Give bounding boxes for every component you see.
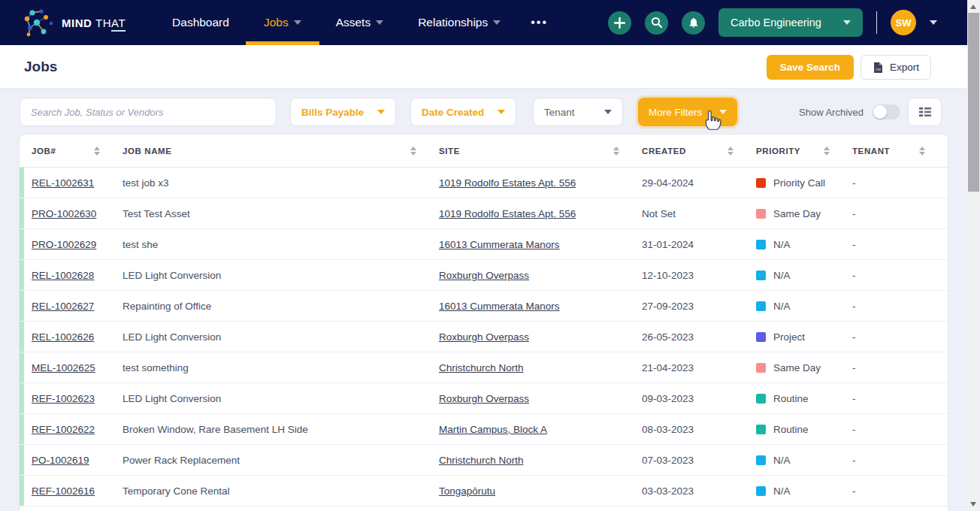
sort-arrows-icon[interactable] <box>410 147 416 156</box>
table-row[interactable]: MEL-1002625 test something Christchurch … <box>20 352 948 383</box>
organization-selector[interactable]: Carbo Engineering <box>718 8 863 37</box>
job-number-link[interactable]: MEL-1002625 <box>32 362 95 373</box>
job-number-link[interactable]: REF-1002622 <box>32 424 95 435</box>
notifications-button[interactable] <box>682 11 705 35</box>
table-row[interactable]: REF-1002616 Temporary Cone Rental Tongap… <box>20 476 948 506</box>
column-header-site[interactable]: SITE <box>439 147 642 156</box>
site-link[interactable]: 1019 Rodolfo Estates Apt. 556 <box>439 177 576 189</box>
nav-item-assets[interactable]: Assets <box>336 0 384 45</box>
sort-arrows-icon[interactable] <box>613 147 619 156</box>
scroll-up-arrow-icon[interactable] <box>970 5 976 9</box>
page-title: Jobs <box>24 59 57 75</box>
tenant-filter[interactable]: Tenant <box>533 98 623 126</box>
tenant-cell: - <box>852 177 948 189</box>
top-navbar: MIND THAT Dashboard Jobs Assets Relation… <box>0 0 967 45</box>
nav-item-relationships[interactable]: Relationships <box>418 0 501 45</box>
export-button[interactable]: CSV Export <box>861 55 931 80</box>
job-number-link[interactable]: PRO-1002629 <box>32 239 96 250</box>
job-number-link[interactable]: REL-1002631 <box>32 177 94 189</box>
job-number-link[interactable]: REF-1002623 <box>32 393 95 404</box>
jobs-page: { "navbar": { "logo_bold": "MIND", "logo… <box>0 0 980 511</box>
more-filters-button[interactable]: More Filters <box>638 98 737 126</box>
job-name-cell: test job x3 <box>122 177 439 189</box>
created-cell: 12-10-2023 <box>642 270 756 281</box>
priority-label: Same Day <box>773 362 821 373</box>
job-number-link[interactable]: REL-1002628 <box>32 270 94 281</box>
search-input[interactable] <box>20 98 277 126</box>
created-cell: Not Set <box>642 208 756 219</box>
scroll-down-arrow-icon[interactable] <box>970 502 976 506</box>
column-header-tenant[interactable]: TENANT <box>852 147 948 156</box>
site-link[interactable]: 16013 Cummerata Manors <box>439 239 560 250</box>
site-link[interactable]: Tongapōrutu <box>439 485 495 497</box>
column-header-job-number[interactable]: JOB# <box>24 147 122 156</box>
save-search-button[interactable]: Save Search <box>767 55 854 80</box>
table-row[interactable]: REF-1002622 Broken Window, Rare Basement… <box>20 414 948 445</box>
user-avatar[interactable]: SW <box>891 10 916 35</box>
site-link[interactable]: Roxburgh Overpass <box>439 393 529 404</box>
tenant-cell: - <box>852 270 948 281</box>
table-row[interactable]: REL-1002626 LED Light Conversion Roxburg… <box>20 322 948 352</box>
created-cell: 07-03-2023 <box>642 455 756 466</box>
sort-arrows-icon[interactable] <box>824 147 830 156</box>
column-header-job-name[interactable]: JOB NAME <box>122 147 439 156</box>
search-button[interactable] <box>645 11 668 35</box>
site-link[interactable]: 16013 Cummerata Manors <box>439 301 560 312</box>
brand-logo[interactable]: MIND THAT <box>21 7 126 38</box>
tenant-cell: - <box>852 485 948 497</box>
table-row[interactable]: PRO-1002629 test she 16013 Cummerata Man… <box>20 229 948 260</box>
nav-item-dashboard[interactable]: Dashboard <box>172 0 229 45</box>
priority-label: N/A <box>773 455 791 466</box>
nav-item-jobs[interactable]: Jobs <box>264 0 301 45</box>
column-header-created[interactable]: CREATED <box>642 147 756 156</box>
priority-label: N/A <box>773 301 791 312</box>
priority-label: N/A <box>773 485 791 497</box>
job-name-cell: Power Rack Replacement <box>122 455 439 466</box>
sort-arrows-icon[interactable] <box>727 147 733 156</box>
priority-cell: Project <box>756 331 852 343</box>
priority-cell: N/A <box>756 485 852 497</box>
table-row[interactable]: PO-1002619 Power Rack Replacement Christ… <box>20 445 948 476</box>
table-row[interactable]: REL-1002628 LED Light Conversion Roxburg… <box>20 260 948 291</box>
toggle-knob <box>873 105 887 119</box>
job-number-link[interactable]: REL-1002626 <box>32 331 94 343</box>
show-archived-toggle[interactable] <box>873 104 900 119</box>
scrollbar-thumb[interactable] <box>968 13 979 192</box>
search-icon <box>651 17 663 29</box>
site-link[interactable]: Martin Campus, Block A <box>439 424 547 435</box>
bills-payable-filter[interactable]: Bills Payable <box>290 98 396 126</box>
nav-more-menu[interactable]: ••• <box>531 16 548 29</box>
chevron-down-icon <box>376 20 383 25</box>
add-button[interactable] <box>608 11 631 35</box>
site-link[interactable]: 1019 Rodolfo Estates Apt. 556 <box>439 208 576 219</box>
main-nav: Dashboard Jobs Assets Relationships ••• <box>172 0 548 45</box>
vertical-scrollbar[interactable] <box>967 0 980 511</box>
table-row[interactable]: PRO-1002630 Test Test Asset 1019 Rodolfo… <box>20 198 948 229</box>
job-name-cell: test something <box>122 362 439 373</box>
site-link[interactable]: Roxburgh Overpass <box>439 331 529 343</box>
site-link[interactable]: Christchurch North <box>439 362 524 373</box>
sort-arrows-icon[interactable] <box>919 147 925 156</box>
user-menu-chevron-icon[interactable] <box>930 20 937 25</box>
job-number-link[interactable]: PO-1002619 <box>32 455 89 466</box>
view-density-button[interactable] <box>908 98 942 126</box>
job-number-link[interactable]: REL-1002627 <box>32 301 94 312</box>
table-row[interactable]: REL-1002631 test job x3 1019 Rodolfo Est… <box>20 168 948 198</box>
site-link[interactable]: Christchurch North <box>439 455 524 466</box>
plus-icon <box>614 17 625 29</box>
priority-swatch <box>756 455 766 465</box>
date-created-filter[interactable]: Date Created <box>410 98 516 126</box>
table-row[interactable]: REF-1002623 LED Light Conversion Roxburg… <box>20 383 948 414</box>
priority-label: Same Day <box>773 208 821 219</box>
chevron-down-icon <box>604 110 612 114</box>
site-link[interactable]: Roxburgh Overpass <box>439 270 529 281</box>
job-number-link[interactable]: PRO-1002630 <box>32 208 96 219</box>
job-name-cell: LED Light Conversion <box>122 393 439 404</box>
job-number-link[interactable]: REF-1002616 <box>32 485 95 497</box>
priority-cell: N/A <box>756 239 852 250</box>
filter-bar: Bills Payable Date Created Tenant More F… <box>0 89 967 134</box>
sort-arrows-icon[interactable] <box>94 147 100 156</box>
network-logo-icon <box>21 7 56 38</box>
column-header-priority[interactable]: PRIORITY <box>756 147 852 156</box>
table-row[interactable]: REL-1002627 Repainting of Office 16013 C… <box>20 291 948 322</box>
